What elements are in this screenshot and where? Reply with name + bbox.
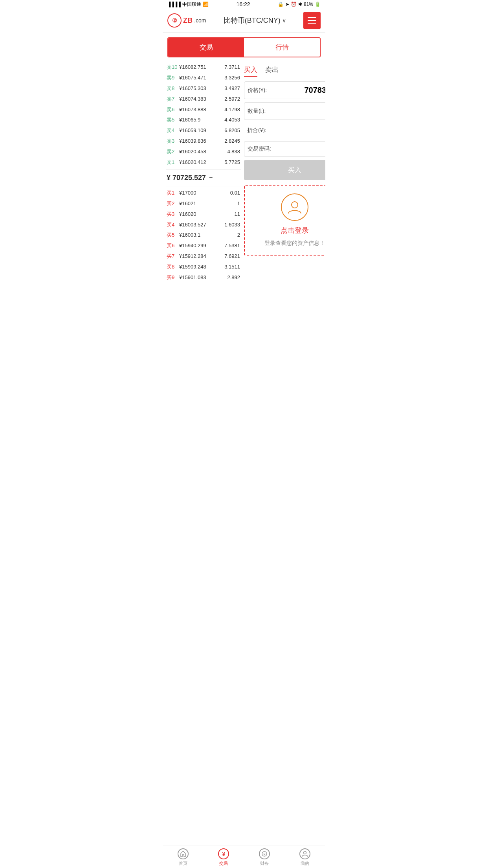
sell-order-row[interactable]: 卖8 ¥16075.303 3.4927 [166, 83, 241, 94]
buy-order-row[interactable]: 买5 ¥16003.1 2 [166, 230, 241, 241]
page-title[interactable]: 比特币(BTC/CNY) ∨ [224, 16, 286, 25]
sell-order-row[interactable]: 卖5 ¥16065.9 4.4053 [166, 115, 241, 125]
buy-label: 买6 [167, 243, 178, 249]
sell-label: 卖2 [167, 149, 178, 155]
qty-label: 数量(￿): [248, 108, 275, 115]
password-input[interactable] [275, 146, 325, 152]
sell-price: ¥16075.303 [178, 85, 224, 92]
price-input[interactable] [275, 86, 325, 95]
tab-trade[interactable]: 交易 [168, 38, 244, 57]
sell-qty: 6.8205 [224, 127, 240, 134]
sell-order-row[interactable]: 卖9 ¥16075.471 3.3256 [166, 73, 241, 83]
sell-qty: 4.4053 [224, 117, 240, 123]
buy-label: 买5 [167, 232, 178, 239]
buy-qty: 3.1511 [224, 264, 240, 270]
wifi-icon: 📶 [203, 2, 209, 7]
buy-price: ¥17000 [178, 190, 230, 197]
buy-tab[interactable]: 买入 [244, 65, 257, 77]
user-avatar-circle [281, 193, 308, 221]
status-right: 🔒 ➤ ⏰ ✱ 81% 🔋 [278, 2, 321, 7]
logo-domain: .com [194, 17, 206, 24]
sell-qty: 3.4927 [224, 85, 240, 92]
price-label: 价格(¥): [248, 87, 275, 94]
sell-qty: 2.8245 [224, 138, 240, 145]
svg-point-0 [292, 202, 298, 208]
order-book: 卖10 ¥16082.751 7.3711 卖9 ¥16075.471 3.32… [166, 62, 241, 283]
status-bar: ▐▐▐▐ 中国联通 📶 16:22 🔒 ➤ ⏰ ✱ 81% 🔋 [163, 0, 325, 9]
buy-price: ¥16003.527 [178, 222, 224, 228]
status-left: ▐▐▐▐ 中国联通 📶 [167, 1, 209, 8]
buy-label: 买4 [167, 222, 178, 228]
current-price-row: ¥ 70725.527 − [166, 169, 241, 186]
buy-price: ¥16020 [178, 211, 235, 218]
trade-panel: 买入 卖出 价格(¥): 数量(￿): 折合(¥): [241, 62, 325, 283]
buy-order-row[interactable]: 买3 ¥16020 11 [166, 209, 241, 220]
login-text[interactable]: 点击登录 [281, 226, 309, 235]
buy-label: 买8 [167, 264, 178, 270]
buy-order-row[interactable]: 买6 ¥15940.299 7.5381 [166, 241, 241, 251]
buy-qty: 0.01 [230, 190, 240, 197]
sell-price: ¥16039.836 [178, 138, 224, 145]
sell-label: 卖1 [167, 159, 178, 166]
buy-order-row[interactable]: 买7 ¥15912.284 7.6921 [166, 251, 241, 262]
status-time: 16:22 [236, 1, 250, 7]
sell-order-row[interactable]: 卖10 ¥16082.751 7.3711 [166, 62, 241, 73]
buy-qty: 2 [237, 232, 240, 239]
sell-order-row[interactable]: 卖3 ¥16039.836 2.8245 [166, 136, 241, 147]
login-prompt[interactable]: 点击登录 登录查看您的资产信息！ [244, 185, 325, 256]
buy-label: 买9 [167, 274, 178, 281]
signal-icon: ▐▐▐▐ [167, 2, 181, 7]
buy-order-row[interactable]: 买4 ¥16003.527 1.6033 [166, 220, 241, 230]
app-logo: ② ZB .com [167, 13, 206, 28]
sell-price: ¥16082.751 [178, 64, 224, 71]
buy-sell-tabs: 买入 卖出 [244, 62, 325, 81]
sell-order-row[interactable]: 卖7 ¥16074.383 2.5972 [166, 94, 241, 105]
buy-order-row[interactable]: 买1 ¥17000 0.01 [166, 188, 241, 199]
user-icon [287, 199, 303, 215]
buy-order-row[interactable]: 买9 ¥15901.083 2.892 [166, 272, 241, 283]
buy-label: 买7 [167, 253, 178, 260]
alarm-icon: ⏰ [291, 2, 297, 7]
sell-order-row[interactable]: 卖6 ¥16073.888 4.1798 [166, 105, 241, 115]
sell-price: ¥16020.458 [178, 149, 227, 155]
current-price: ¥ 70725.527 [167, 174, 206, 182]
carrier-label: 中国联通 [182, 1, 201, 8]
sell-label: 卖4 [167, 127, 178, 134]
sell-price: ¥16074.383 [178, 96, 224, 103]
buy-price: ¥16003.1 [178, 232, 237, 239]
sell-label: 卖8 [167, 85, 178, 92]
sell-order-row[interactable]: 卖2 ¥16020.458 4.838 [166, 147, 241, 157]
sell-label: 卖7 [167, 96, 178, 103]
sell-label: 卖6 [167, 107, 178, 113]
asset-info-text: 登录查看您的资产信息！ [264, 240, 325, 247]
buy-price: ¥15912.284 [178, 253, 224, 260]
sell-label: 卖3 [167, 138, 178, 145]
buy-price: ¥15901.083 [178, 274, 227, 281]
total-field-row: 折合(¥): [244, 123, 325, 138]
buy-order-row[interactable]: 买8 ¥15909.248 3.1511 [166, 262, 241, 272]
sell-tab[interactable]: 卖出 [265, 65, 279, 77]
sell-label: 卖9 [167, 75, 178, 81]
sell-order-row[interactable]: 卖1 ¥16020.412 5.7725 [166, 157, 241, 168]
menu-button[interactable] [303, 12, 321, 29]
buy-button[interactable]: 买入 [244, 160, 325, 180]
sell-price: ¥16073.888 [178, 107, 224, 113]
buy-qty: 7.5381 [224, 243, 240, 249]
location-icon: ➤ [285, 2, 289, 7]
buy-order-row[interactable]: 买2 ¥16021 1 [166, 199, 241, 209]
app-header: ② ZB .com 比特币(BTC/CNY) ∨ [163, 9, 325, 33]
buy-price: ¥16021 [178, 200, 237, 207]
sell-price: ¥16065.9 [178, 117, 224, 123]
buy-orders: 买1 ¥17000 0.01 买2 ¥16021 1 买3 ¥16020 11 … [166, 188, 241, 283]
main-tabs: 交易 行情 [167, 37, 321, 57]
sell-order-row[interactable]: 卖4 ¥16059.109 6.8205 [166, 125, 241, 136]
sell-price: ¥16059.109 [178, 127, 224, 134]
tab-market[interactable]: 行情 [244, 38, 320, 57]
sell-qty: 2.5972 [224, 96, 240, 103]
lock-icon: 🔒 [278, 2, 284, 7]
qty-input[interactable] [275, 107, 325, 116]
chevron-down-icon: ∨ [282, 17, 286, 24]
price-direction-icon: − [209, 174, 213, 181]
password-field-row: 交易密码: [244, 141, 325, 157]
sell-label: 卖10 [167, 64, 178, 71]
